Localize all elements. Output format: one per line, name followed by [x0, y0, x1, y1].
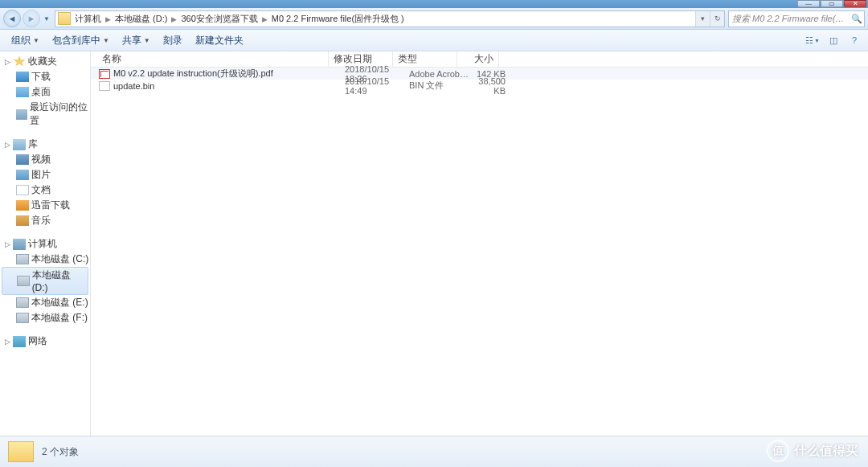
- file-icon: [99, 69, 110, 79]
- tree-drive-f[interactable]: 本地磁盘 (F:): [0, 310, 90, 326]
- chevron-right-icon[interactable]: ▶: [103, 15, 113, 23]
- address-bar[interactable]: 计算机▶本地磁盘 (D:)▶360安全浏览器下载▶M0 2.2 Firmware…: [55, 10, 725, 27]
- minimize-button[interactable]: —: [797, 0, 820, 7]
- search-box[interactable]: 搜索 M0 2.2 Firmware file(固件升级... 🔍: [728, 10, 865, 27]
- tree-videos[interactable]: 视频: [0, 152, 90, 167]
- new-folder-button[interactable]: 新建文件夹: [189, 30, 250, 51]
- chevron-right-icon[interactable]: ▶: [169, 15, 179, 23]
- forward-button[interactable]: ►: [23, 10, 40, 27]
- watermark: 值 什么值得买: [767, 440, 858, 462]
- file-row[interactable]: update.bin2018/10/15 14:49BIN 文件38,500 K…: [91, 80, 868, 92]
- history-dropdown[interactable]: ▼: [42, 10, 51, 27]
- tree-network[interactable]: ▷网络: [0, 334, 90, 349]
- file-name: update.bin: [113, 81, 340, 91]
- breadcrumb-segment[interactable]: 计算机: [73, 14, 103, 23]
- navigation-bar: ◄ ► ▼ 计算机▶本地磁盘 (D:)▶360安全浏览器下载▶M0 2.2 Fi…: [0, 8, 868, 30]
- file-type: BIN 文件: [404, 80, 469, 92]
- search-icon[interactable]: 🔍: [850, 14, 864, 24]
- tree-desktop[interactable]: 桌面: [0, 84, 90, 100]
- column-size[interactable]: 大小: [457, 51, 499, 67]
- address-dropdown[interactable]: ▾: [695, 11, 710, 27]
- tree-documents[interactable]: 文档: [0, 182, 90, 198]
- tree-favorites[interactable]: ▷收藏夹: [0, 54, 90, 69]
- tree-pictures[interactable]: 图片: [0, 167, 90, 182]
- include-library-menu[interactable]: 包含到库中▼: [46, 30, 116, 51]
- breadcrumb-segment[interactable]: 360安全浏览器下载: [179, 14, 259, 23]
- search-placeholder: 搜索 M0 2.2 Firmware file(固件升级...: [729, 13, 850, 25]
- burn-button[interactable]: 刻录: [157, 30, 189, 51]
- tree-drive-c[interactable]: 本地磁盘 (C:): [0, 252, 90, 267]
- file-size: 38,500 KB: [469, 76, 510, 96]
- tree-music[interactable]: 音乐: [0, 213, 90, 228]
- status-text: 2 个对象: [42, 445, 79, 459]
- tree-drive-d[interactable]: 本地磁盘 (D:): [2, 267, 88, 295]
- folder-icon: [58, 12, 71, 25]
- organize-menu[interactable]: 组织▼: [5, 30, 46, 51]
- file-date: 2018/10/15 14:49: [340, 76, 404, 96]
- tree-thunder[interactable]: 迅雷下载: [0, 198, 90, 213]
- file-name: M0 v2.2 update instruction(升级说明).pdf: [113, 68, 340, 80]
- tree-drive-e[interactable]: 本地磁盘 (E:): [0, 295, 90, 310]
- breadcrumb-segment[interactable]: M0 2.2 Firmware file(固件升级包 ): [270, 14, 406, 23]
- help-button[interactable]: ?: [845, 32, 863, 48]
- status-bar: 2 个对象: [0, 436, 868, 467]
- close-button[interactable]: ✕: [844, 0, 866, 7]
- tree-libraries[interactable]: ▷库: [0, 137, 90, 152]
- watermark-badge-icon: 值: [767, 440, 789, 462]
- back-button[interactable]: ◄: [3, 10, 21, 27]
- column-name[interactable]: 名称: [97, 51, 329, 67]
- navigation-tree[interactable]: ▷收藏夹 下载 桌面 最近访问的位置 ▷库 视频 图片 文档 迅雷下载 音乐 ▷…: [0, 51, 91, 436]
- preview-pane-button[interactable]: ◫: [825, 32, 842, 48]
- watermark-text: 什么值得买: [794, 443, 858, 460]
- view-mode-button[interactable]: ☷▼: [804, 32, 821, 48]
- folder-large-icon: [8, 441, 34, 462]
- chevron-right-icon[interactable]: ▶: [260, 15, 270, 23]
- command-toolbar: 组织▼ 包含到库中▼ 共享▼ 刻录 新建文件夹 ☷▼ ◫ ?: [0, 30, 868, 51]
- file-list-pane: 名称 修改日期 类型 大小 M0 v2.2 update instruction…: [91, 51, 868, 436]
- refresh-button[interactable]: ↻: [710, 11, 724, 27]
- window-titlebar: — ▭ ✕: [0, 0, 868, 8]
- file-icon: [99, 81, 110, 91]
- breadcrumb-segment[interactable]: 本地磁盘 (D:): [113, 14, 169, 23]
- tree-downloads[interactable]: 下载: [0, 69, 90, 84]
- column-headers[interactable]: 名称 修改日期 类型 大小: [91, 51, 868, 68]
- share-menu[interactable]: 共享▼: [116, 30, 157, 51]
- file-type: Adobe Acrobat ...: [404, 69, 469, 79]
- maximize-button[interactable]: ▭: [821, 0, 843, 7]
- tree-computer[interactable]: ▷计算机: [0, 236, 90, 252]
- tree-recent[interactable]: 最近访问的位置: [0, 100, 90, 129]
